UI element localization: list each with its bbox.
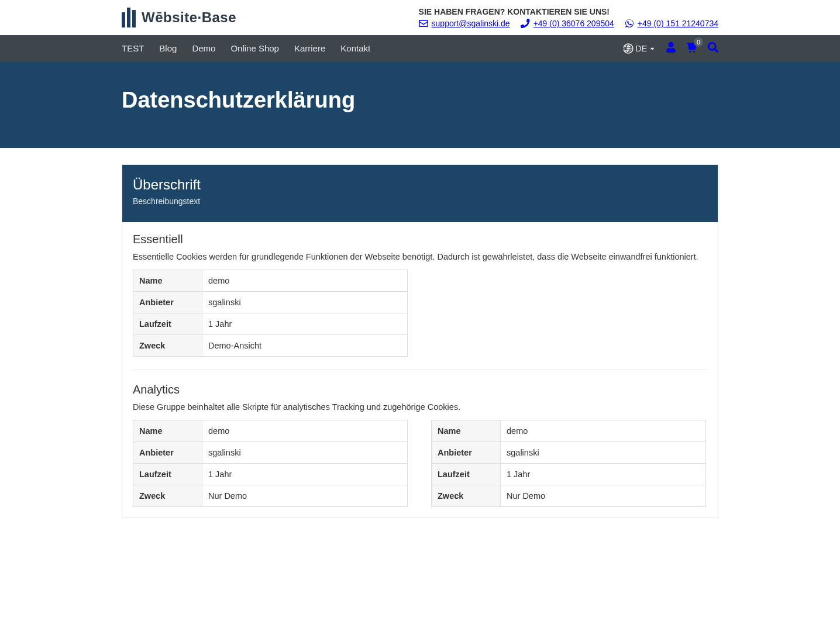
- language-switcher[interactable]: DE: [623, 43, 655, 54]
- contact-block: SIE HABEN FRAGEN? KONTAKTIEREN SIE UNS! …: [419, 7, 718, 28]
- user-icon: [666, 42, 676, 53]
- contact-whatsapp[interactable]: +49 (0) 151 21240734: [625, 19, 718, 28]
- nav-blog[interactable]: Blog: [159, 43, 177, 53]
- caret-down-icon: [649, 46, 655, 51]
- account-link[interactable]: [666, 42, 676, 55]
- contact-phone[interactable]: +49 (0) 36076 209504: [521, 19, 614, 28]
- cookie-table: Namedemo Anbietersgalinski Laufzeit1 Jah…: [431, 420, 706, 507]
- nav-contact[interactable]: Kontakt: [340, 43, 370, 53]
- cookie-table: Namedemo Anbietersgalinski Laufzeit1 Jah…: [133, 270, 408, 357]
- card-desc: Beschreibungstext: [133, 196, 707, 206]
- globe-icon: [623, 43, 634, 54]
- cookie-table: Namedemo Anbietersgalinski Laufzeit1 Jah…: [133, 420, 408, 507]
- phone-icon: [521, 19, 530, 28]
- envelope-icon: [419, 19, 428, 28]
- section-title: Analytics: [133, 383, 707, 396]
- logo-mark-icon: [122, 8, 136, 27]
- search-icon: [708, 42, 718, 53]
- section-essentiell: Essentiell Essentielle Cookies werden fü…: [133, 233, 707, 357]
- nav-test[interactable]: TEST: [122, 43, 144, 53]
- card-heading: Überschrift: [133, 177, 707, 193]
- card-header: Überschrift Beschreibungstext: [122, 165, 718, 222]
- cart-link[interactable]: 0: [687, 42, 697, 55]
- nav-career[interactable]: Karriere: [294, 43, 325, 53]
- page-title: Datenschutzerklärung: [122, 88, 718, 113]
- main-nav: TEST Blog Demo Online Shop Karriere Kont…: [122, 43, 370, 54]
- logo-text: Wēbsite·Base: [142, 9, 236, 26]
- section-desc: Essentielle Cookies werden für grundlege…: [133, 252, 707, 261]
- cart-count-badge: 0: [694, 37, 703, 47]
- privacy-card: Überschrift Beschreibungstext Essentiell…: [122, 164, 718, 518]
- contact-email[interactable]: support@sgalinski.de: [419, 19, 510, 28]
- nav-shop[interactable]: Online Shop: [230, 43, 279, 53]
- section-analytics: Analytics Diese Gruppe beinhaltet alle S…: [133, 383, 707, 507]
- search-link[interactable]: [708, 42, 718, 55]
- contact-title: SIE HABEN FRAGEN? KONTAKTIEREN SIE UNS!: [419, 7, 718, 16]
- section-desc: Diese Gruppe beinhaltet alle Skripte für…: [133, 402, 707, 412]
- whatsapp-icon: [625, 19, 634, 28]
- nav-demo[interactable]: Demo: [192, 43, 215, 53]
- section-title: Essentiell: [133, 233, 707, 246]
- divider: [133, 370, 707, 370]
- site-logo[interactable]: Wēbsite·Base: [122, 8, 236, 27]
